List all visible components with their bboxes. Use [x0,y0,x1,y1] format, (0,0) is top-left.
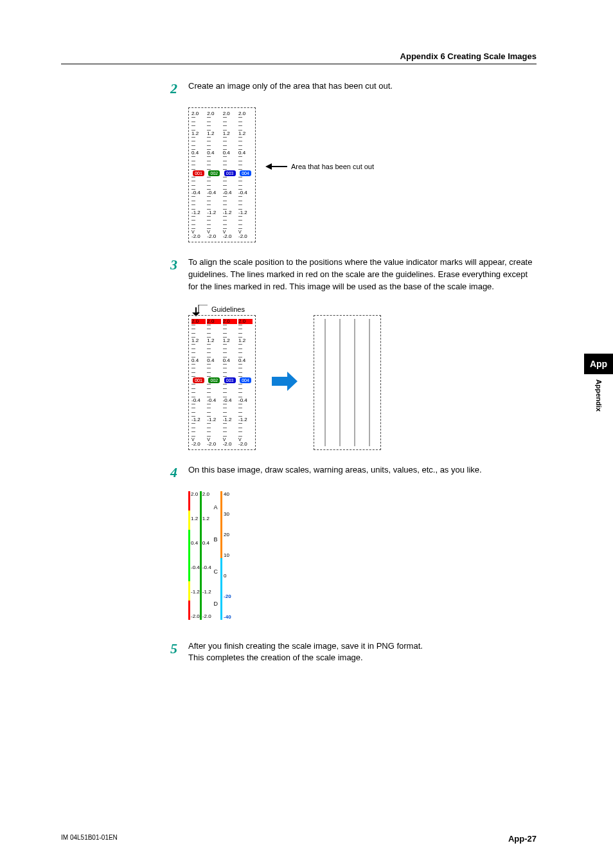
step-text: After you finish creating the scale imag… [188,640,537,665]
guidelines-label: Guidelines [211,305,245,313]
doc-id: IM 04L51B01-01EN [61,834,118,844]
step-4: 4 On this base image, draw scales, warni… [170,464,537,480]
side-tab-label: App [584,354,613,374]
scale-box-guides: 2.01.20.4001-0.4-1.2V-2.02.01.20.4002-0.… [188,315,256,450]
step-3: 3 To align the scale position to the pos… [170,257,537,293]
figure-2: 2.01.20.4001-0.4-1.2V-2.02.01.20.4002-0.… [188,107,537,242]
transform-arrow-icon [272,372,298,393]
side-tab-vertical: Appendix [595,379,603,411]
cutout-label: Area that has been cut out [291,163,374,170]
step-text: On this base image, draw scales, warning… [188,464,537,476]
step-text: To align the scale position to the posit… [188,257,537,293]
step-2: 2 Create an image only of the area that … [170,80,537,96]
custom-scale-image: 2.01.20.4-0.4-1.2-2.02.01.20.4-0.4-1.2-2… [188,491,259,626]
page-footer: IM 04L51B01-01EN App-27 [61,834,537,844]
result-box [314,315,381,450]
page-number: App-27 [508,834,537,844]
side-tab: App Appendix [584,354,613,411]
step-number: 3 [170,257,188,272]
step-number: 4 [170,464,188,480]
guidelines-label-row: Guidelines [197,305,537,314]
step-number: 5 [170,640,188,656]
figure-4: 2.01.20.4-0.4-1.2-2.02.01.20.4-0.4-1.2-2… [188,491,537,626]
figure-3: 2.01.20.4001-0.4-1.2V-2.02.01.20.4002-0.… [188,315,537,450]
step-5: 5 After you finish creating the scale im… [170,640,537,665]
scale-box-cutout: 2.01.20.4001-0.4-1.2V-2.02.01.20.4002-0.… [188,107,256,242]
step-text: Create an image only of the area that ha… [188,80,537,93]
page-header: Appendix 6 Creating Scale Images [61,51,537,64]
step-number: 2 [170,80,188,96]
arrow-left-icon [265,163,287,170]
